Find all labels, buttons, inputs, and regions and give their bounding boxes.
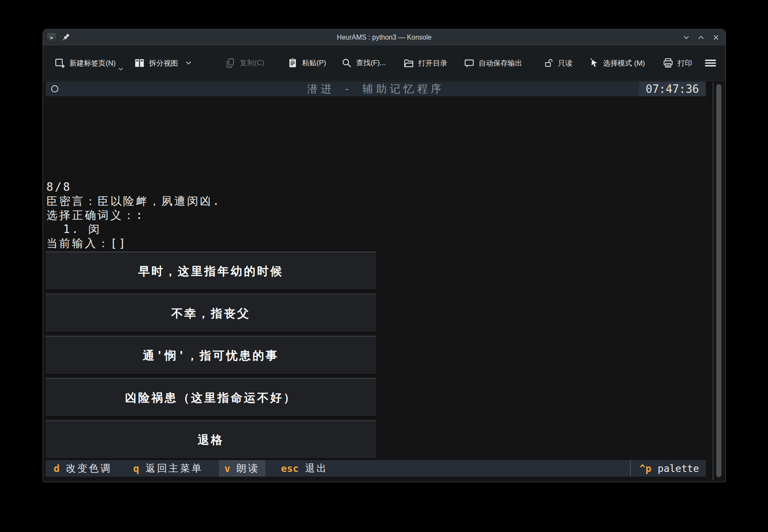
option-button-2[interactable]: 不幸，指丧父 xyxy=(46,293,376,333)
toolbar-button-select-mode[interactable]: 选择模式 (M) xyxy=(589,58,645,68)
statusbar-item-read-aloud[interactable]: v 朗读 xyxy=(219,460,265,477)
shortcut-label: 改变色调 xyxy=(66,462,112,475)
shortcut-label: 退出 xyxy=(305,462,328,475)
toolbar-label: 查找(F)... xyxy=(356,58,386,68)
toolbar-button-copy: 复制(C) xyxy=(225,58,265,69)
option-label: 早时，这里指年幼的时候 xyxy=(138,264,284,279)
copy-icon xyxy=(225,58,236,69)
terminal-view[interactable]: 潜进 - 辅助记忆程序 07:47:36 8/8 臣密言：臣以险衅，夙遭闵凶. … xyxy=(43,81,725,482)
toolbar-button-read-only[interactable]: 只读 xyxy=(544,58,572,68)
paste-icon xyxy=(287,58,298,69)
statusbar-item-palette[interactable]: ^p palette xyxy=(630,460,706,477)
maximize-button[interactable] xyxy=(697,33,705,42)
toolbar-label: 自动保存输出 xyxy=(479,58,522,68)
prompt-line: 选择正确词义：: xyxy=(46,208,221,222)
select-cursor-icon xyxy=(589,58,599,68)
shortcut-key: q xyxy=(133,463,139,474)
toolbar-label: 新建标签页(N) xyxy=(69,58,116,68)
toolbar-label: 选择模式 (M) xyxy=(603,58,645,68)
option-button-4[interactable]: 凶险祸患（这里指命运不好） xyxy=(46,378,376,417)
toolbar-button-split-view[interactable]: 拆分视图 xyxy=(134,57,192,69)
scrollbar-thumb[interactable] xyxy=(716,84,722,477)
toolbar-label: 打开目录 xyxy=(418,58,447,68)
open-folder-icon xyxy=(403,57,414,69)
status-circle-icon xyxy=(51,85,58,92)
printer-icon xyxy=(662,57,674,69)
shortcut-label: palette xyxy=(658,463,699,474)
search-icon xyxy=(341,58,352,69)
toolbar-button-autosave-output[interactable]: 自动保存输出 xyxy=(463,57,522,69)
desktop: > HeurAMS : python3 — Konsole xyxy=(0,0,768,532)
option-button-3[interactable]: 通'悯'，指可忧患的事 xyxy=(46,336,376,375)
option-label: 通'悯'，指可忧患的事 xyxy=(143,348,279,363)
statusbar-item-change-theme[interactable]: d 改变色调 xyxy=(48,460,118,477)
pin-icon[interactable] xyxy=(62,33,71,42)
option-button-backspace[interactable]: 退格 xyxy=(46,420,376,460)
titlebar[interactable]: > HeurAMS : python3 — Konsole xyxy=(43,29,725,46)
toolbar-button-new-tab[interactable]: 新建标签页(N) xyxy=(54,57,124,69)
toolbar-label: 打印 xyxy=(678,58,692,68)
shortcut-key: esc xyxy=(281,463,299,474)
toolbar-label: 复制(C) xyxy=(240,58,265,68)
minimize-button[interactable] xyxy=(682,33,690,42)
output-bubble-icon xyxy=(463,57,475,69)
status-bar: d 改变色调 q 返回主菜单 v 朗读 esc 退出 ^p palette xyxy=(46,460,706,477)
app-title: 潜进 - 辅助记忆程序 xyxy=(46,82,706,96)
toolbar-menu-button[interactable] xyxy=(704,58,717,68)
window-controls xyxy=(682,29,720,46)
close-button[interactable] xyxy=(712,33,720,42)
close-icon xyxy=(712,34,720,41)
new-tab-icon xyxy=(54,57,66,69)
statusbar-item-exit[interactable]: esc 退出 xyxy=(276,460,334,477)
split-view-icon xyxy=(134,57,145,69)
toolbar-button-paste[interactable]: 粘贴(P) xyxy=(287,58,326,69)
sentence-line: 臣密言：臣以险衅，夙遭闵凶. xyxy=(46,194,221,208)
shortcut-key: d xyxy=(54,463,60,474)
chevron-up-icon xyxy=(697,34,705,41)
option-button-1[interactable]: 早时，这里指年幼的时候 xyxy=(46,251,376,291)
app-icon-glyph: > xyxy=(50,35,53,41)
clock: 07:47:36 xyxy=(639,81,706,96)
hamburger-icon xyxy=(704,58,717,68)
option-label: 退格 xyxy=(198,432,224,448)
konsole-app-icon: > xyxy=(46,32,57,43)
toolbar-button-open-directory[interactable]: 打开目录 xyxy=(403,57,447,69)
konsole-window: > HeurAMS : python3 — Konsole xyxy=(43,29,726,482)
toolbar: 新建标签页(N) 拆分视图 xyxy=(43,46,725,81)
toolbar-label: 只读 xyxy=(558,58,572,68)
window-title: HeurAMS : python3 — Konsole xyxy=(43,34,725,41)
shortcut-label: 返回主菜单 xyxy=(146,462,203,475)
toolbar-button-find[interactable]: 查找(F)... xyxy=(341,58,386,69)
shortcut-key: v xyxy=(224,463,230,474)
scrollbar-divider xyxy=(713,82,713,480)
app-header-bar: 潜进 - 辅助记忆程序 07:47:36 xyxy=(46,81,706,96)
toolbar-label: 粘贴(P) xyxy=(302,58,326,68)
chevron-down-icon xyxy=(118,67,124,71)
toolbar-button-print[interactable]: 打印 xyxy=(662,57,692,69)
shortcut-label: 朗读 xyxy=(237,462,260,475)
shortcut-key: ^p xyxy=(639,463,651,474)
question-item: 1. 闵 xyxy=(46,222,221,236)
option-label: 不幸，指丧父 xyxy=(171,306,250,321)
option-label: 凶险祸患（这里指命运不好） xyxy=(125,390,297,405)
lock-open-icon xyxy=(544,58,554,68)
progress-counter: 8/8 xyxy=(46,180,221,194)
current-input-line: 当前输入：[] xyxy=(46,236,221,250)
statusbar-item-main-menu[interactable]: q 返回主菜单 xyxy=(128,460,209,477)
chevron-down-icon xyxy=(185,61,192,65)
terminal-output: 8/8 臣密言：臣以险衅，夙遭闵凶. 选择正确词义：: 1. 闵 当前输入：[] xyxy=(46,180,221,250)
chevron-down-icon xyxy=(682,34,690,41)
toolbar-label: 拆分视图 xyxy=(149,58,178,68)
